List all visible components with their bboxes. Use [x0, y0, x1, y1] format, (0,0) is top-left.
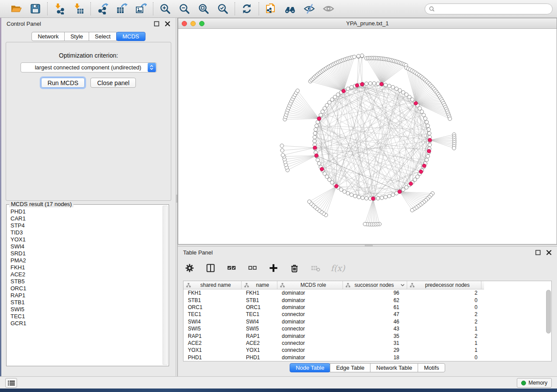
list-scrollbar[interactable] [163, 206, 168, 365]
table-toolbar: f(x) [184, 261, 345, 275]
float-panel-icon[interactable] [154, 21, 159, 27]
export-network-button[interactable] [96, 2, 109, 15]
table-row[interactable]: TEC1TEC1connector472 [183, 311, 551, 318]
table-row[interactable]: PHD1PHD1dominator180 [183, 354, 551, 361]
table-row[interactable]: ACE2ACE2connector311 [183, 340, 551, 347]
column-header-predecessor-nodes[interactable]: predecessor nodes [407, 281, 481, 289]
list-item[interactable]: ACE2 [7, 271, 162, 278]
table-row[interactable]: SWI4SWI4dominator462 [183, 318, 551, 325]
column-header-successor-nodes[interactable]: successor nodes [343, 281, 407, 289]
table-scrollbar-thumb[interactable] [546, 290, 551, 334]
list-item[interactable]: TID3 [7, 229, 162, 236]
dropdown-selected-value: largest connected component (undirected) [21, 64, 148, 71]
close-panel-icon[interactable] [546, 250, 552, 255]
list-item[interactable]: ORC1 [7, 285, 162, 292]
refresh-button[interactable] [240, 2, 253, 15]
refresh-icon [241, 3, 253, 14]
add-column-button[interactable] [268, 262, 279, 274]
hide-selected-button[interactable] [303, 2, 316, 15]
mcds-result-groupbox: MCDS result (17 nodes) PHD1 CAR1 STP4 TI… [6, 204, 169, 366]
tab-motifs[interactable]: Motifs [418, 363, 445, 372]
search-input[interactable] [437, 6, 548, 12]
table-row[interactable]: FKH1FKH1dominator962 [183, 289, 551, 296]
splitter-grip[interactable] [365, 245, 373, 246]
network-window-title: YPA_prune.txt_1 [178, 20, 557, 27]
list-item[interactable]: STB5 [7, 278, 162, 285]
run-mcds-button[interactable]: Run MCDS [41, 78, 85, 88]
table-row[interactable]: RAP1RAP1dominator352 [183, 332, 551, 339]
list-item[interactable]: FKH1 [7, 264, 162, 271]
column-type-icon [186, 283, 191, 288]
list-item[interactable]: STP4 [7, 222, 162, 229]
list-item[interactable]: PMA2 [7, 257, 162, 264]
first-neighbors-button[interactable] [284, 2, 297, 15]
column-header-mcds-role[interactable]: MCDS role [277, 281, 343, 289]
splitter-grip[interactable] [176, 195, 177, 203]
zoom-in-button[interactable] [159, 2, 172, 15]
float-panel-icon[interactable] [535, 250, 541, 255]
export-image-icon [135, 3, 147, 14]
tab-edge-table[interactable]: Edge Table [330, 363, 370, 372]
show-all-button[interactable] [322, 2, 335, 15]
deselect-all-button[interactable] [247, 262, 258, 274]
column-type-icon [244, 283, 249, 288]
mcds-result-title: MCDS result (17 nodes) [9, 201, 73, 207]
table-panel-header: Table Panel [178, 247, 557, 258]
list-item[interactable]: TEC1 [7, 313, 162, 320]
function-builder-button[interactable]: f(x) [331, 263, 345, 273]
save-session-button[interactable] [29, 2, 42, 15]
toolbar-group-import [48, 2, 90, 15]
table-row[interactable]: SWI5SWI5connector431 [183, 325, 551, 332]
column-header-name[interactable]: name [242, 281, 277, 289]
list-item[interactable]: CAR1 [7, 215, 162, 222]
zoom-fit-button[interactable] [197, 2, 210, 15]
optimization-criterion-select[interactable]: largest connected component (undirected) [21, 62, 157, 72]
tab-node-table[interactable]: Node Table [290, 363, 331, 372]
tab-style[interactable]: Style [64, 32, 89, 41]
import-network-button[interactable] [53, 2, 66, 15]
network-window-titlebar: YPA_prune.txt_1 [178, 18, 557, 29]
network-graph[interactable] [178, 29, 557, 244]
dropdown-stepper-icon [148, 63, 156, 72]
list-item[interactable]: SWI4 [7, 243, 162, 250]
table-row[interactable]: ORC1ORC1dominator610 [183, 304, 551, 311]
clone-network-button[interactable] [264, 2, 277, 15]
zoom-out-button[interactable] [178, 2, 191, 15]
column-type-icon [346, 283, 350, 288]
toolbar-group-zoom [153, 2, 235, 15]
tab-network-table[interactable]: Network Table [370, 363, 418, 372]
import-table-button[interactable] [72, 2, 85, 15]
close-panel-icon[interactable] [165, 21, 170, 27]
table-row[interactable]: STB1STB1dominator620 [183, 296, 551, 303]
tab-network[interactable]: Network [31, 32, 65, 41]
zoom-in-icon [159, 3, 171, 14]
table-row[interactable]: YOX1YOX1connector291 [183, 347, 551, 354]
zoom-selected-button[interactable] [216, 2, 229, 15]
column-header-shared-name[interactable]: shared name [183, 281, 242, 289]
list-item[interactable]: GCR1 [7, 320, 162, 327]
list-item[interactable]: YOX1 [7, 236, 162, 243]
list-item[interactable]: SRD1 [7, 250, 162, 257]
list-item[interactable]: STB1 [7, 299, 162, 306]
show-panels-menu-button[interactable] [5, 378, 17, 388]
toolbar-group-view [259, 2, 340, 15]
delete-column-button[interactable] [289, 262, 300, 274]
open-folder-icon [10, 3, 22, 14]
memory-button[interactable]: Memory [517, 378, 552, 388]
list-item[interactable]: RAP1 [7, 292, 162, 299]
tab-select[interactable]: Select [89, 32, 117, 41]
list-icon [8, 380, 15, 386]
list-item[interactable]: SWI5 [7, 306, 162, 313]
split-panel-button[interactable] [205, 262, 216, 274]
table-settings-button[interactable] [184, 262, 195, 274]
tab-mcds[interactable]: MCDS [116, 32, 145, 41]
list-item[interactable]: PHD1 [7, 208, 162, 215]
network-canvas[interactable] [178, 29, 557, 244]
trash-icon [290, 263, 299, 273]
delete-table-button[interactable] [310, 262, 321, 274]
select-all-button[interactable] [226, 262, 237, 274]
open-file-button[interactable] [10, 2, 23, 15]
export-table-button[interactable] [115, 2, 128, 15]
close-panel-button[interactable]: Close panel [90, 78, 136, 88]
export-image-button[interactable] [135, 2, 148, 15]
